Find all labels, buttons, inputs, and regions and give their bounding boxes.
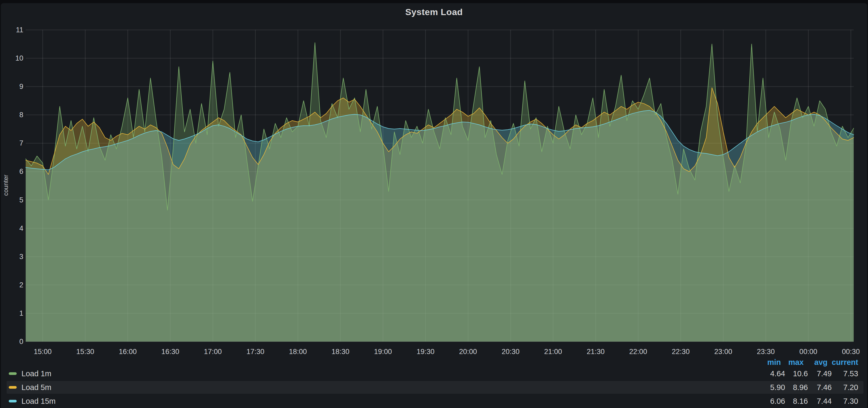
x-tick-label: 17:30 bbox=[247, 348, 265, 355]
x-tick-label: 22:00 bbox=[629, 348, 647, 355]
legend-stat-current-load-5m: 7.20 bbox=[832, 383, 858, 392]
legend-header: minmaxavgcurrent bbox=[1, 358, 867, 367]
y-tick-label: 1 bbox=[19, 309, 23, 317]
legend-row-load-1m[interactable]: Load 1m4.6410.67.497.53 bbox=[1, 367, 867, 380]
system-load-chart[interactable]: 0123456789101115:0015:3016:0016:3017:001… bbox=[0, 0, 868, 408]
x-tick-label: 16:00 bbox=[119, 348, 137, 355]
legend-swatch-load-5m[interactable] bbox=[9, 386, 17, 389]
legend-row-load-15m[interactable]: Load 15m6.068.167.447.30 bbox=[1, 394, 867, 408]
y-tick-label: 0 bbox=[19, 338, 23, 346]
x-tick-label: 21:00 bbox=[544, 348, 562, 355]
y-tick-label: 5 bbox=[19, 196, 23, 204]
y-tick-label: 9 bbox=[19, 82, 23, 91]
grafana-page: { "panel": { "title": "System Load" }, "… bbox=[0, 0, 868, 408]
x-tick-label: 18:00 bbox=[289, 348, 307, 355]
legend-stat-current-load-1m: 7.53 bbox=[832, 369, 858, 378]
y-tick-label: 4 bbox=[19, 225, 23, 232]
legend-swatch-load-15m[interactable] bbox=[9, 400, 17, 402]
legend-stat-avg-load-15m: 7.44 bbox=[808, 397, 832, 406]
y-tick-label: 3 bbox=[19, 253, 23, 261]
axis-layer: counter bbox=[2, 175, 9, 196]
y-tick-label: 11 bbox=[16, 26, 23, 34]
y-tick-label: 10 bbox=[16, 54, 23, 62]
panel-title[interactable]: System Load bbox=[0, 7, 868, 17]
x-tick-label: 21:30 bbox=[587, 348, 605, 355]
legend-stat-max-load-5m: 8.96 bbox=[785, 383, 808, 392]
legend-series-name[interactable]: Load 1m bbox=[22, 369, 51, 378]
legend-column-header-avg[interactable]: avg bbox=[808, 358, 832, 367]
x-tick-label: 17:00 bbox=[204, 348, 222, 355]
legend-stat-avg-load-5m: 7.46 bbox=[808, 383, 832, 392]
x-tick-label: 23:30 bbox=[757, 348, 775, 355]
legend-row-load-5m[interactable]: Load 5m5.908.967.467.20 bbox=[1, 380, 867, 394]
y-axis-title: counter bbox=[2, 175, 9, 196]
legend-label-load-1m[interactable]: Load 1m bbox=[1, 369, 756, 378]
y-tick-label: 6 bbox=[19, 168, 23, 175]
x-tick-label: 23:00 bbox=[714, 348, 733, 355]
legend-label-load-15m[interactable]: Load 15m bbox=[1, 397, 756, 406]
series-area-load-15m bbox=[26, 110, 854, 342]
x-tick-label: 00:00 bbox=[799, 348, 817, 355]
x-tick-label: 22:30 bbox=[672, 348, 690, 355]
y-tick-label: 8 bbox=[19, 111, 23, 119]
legend-stat-max-load-1m: 10.6 bbox=[785, 369, 808, 378]
legend-column-header-max[interactable]: max bbox=[785, 358, 808, 367]
x-tick-label: 18:30 bbox=[332, 348, 349, 355]
x-tick-label: 19:30 bbox=[416, 348, 435, 355]
x-tick-label: 20:00 bbox=[459, 348, 477, 355]
legend-stat-min-load-5m: 5.90 bbox=[756, 383, 785, 392]
x-tick-label: 16:30 bbox=[161, 348, 179, 355]
legend-series-name[interactable]: Load 15m bbox=[22, 397, 56, 406]
x-tick-label: 20:30 bbox=[501, 348, 520, 355]
x-tick-label: 19:00 bbox=[374, 348, 392, 355]
y-tick-label: 2 bbox=[19, 281, 23, 289]
legend-stat-min-load-1m: 4.64 bbox=[756, 369, 785, 378]
legend-column-header-min[interactable]: min bbox=[756, 358, 785, 367]
x-tick-label: 15:00 bbox=[34, 348, 52, 355]
series-layer bbox=[26, 43, 854, 342]
legend: minmaxavgcurrent Load 1m4.6410.67.497.53… bbox=[1, 356, 867, 408]
legend-label-load-5m[interactable]: Load 5m bbox=[1, 383, 756, 392]
x-tick-label: 00:30 bbox=[842, 348, 860, 355]
legend-stat-max-load-15m: 8.16 bbox=[785, 397, 808, 406]
legend-column-header-current[interactable]: current bbox=[832, 358, 858, 367]
x-tick-label: 15:30 bbox=[76, 348, 94, 355]
legend-stat-min-load-15m: 6.06 bbox=[756, 397, 785, 406]
legend-series-name[interactable]: Load 5m bbox=[22, 383, 51, 392]
y-tick-label: 7 bbox=[19, 139, 23, 147]
legend-stat-avg-load-1m: 7.49 bbox=[808, 369, 832, 378]
legend-stat-current-load-15m: 7.30 bbox=[832, 397, 858, 406]
legend-swatch-load-1m[interactable] bbox=[9, 372, 17, 375]
legend-body: Load 1m4.6410.67.497.53Load 5m5.908.967.… bbox=[1, 367, 867, 408]
